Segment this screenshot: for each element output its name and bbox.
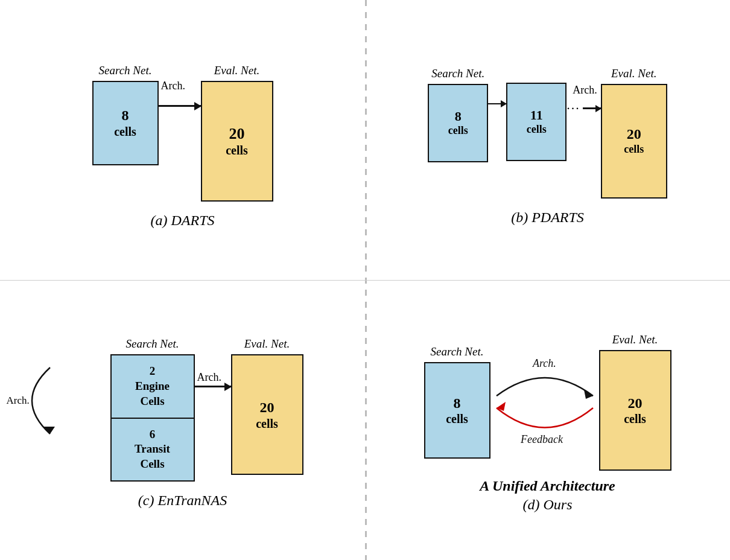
arch-label-c-right: Arch. xyxy=(197,371,221,384)
caption-a: (a) DARTS xyxy=(151,212,215,229)
eval-net-label-b: Eval. Net. xyxy=(611,67,656,80)
caption-d-line1: A Unified Architecture xyxy=(480,478,615,494)
eval-box-d: 20cells xyxy=(599,350,671,471)
quadrant-a: Search Net. 8cells Arch. xyxy=(0,0,365,280)
caption-b: (b) PDARTS xyxy=(511,209,584,226)
search-net-label-d: Search Net. xyxy=(431,345,484,358)
caption-c: (c) EnTranNAS xyxy=(138,492,227,509)
box2-b: 11cells xyxy=(506,83,567,161)
search-box-a: 8cells xyxy=(92,81,159,165)
quadrant-b: Search Net. 8cells 11cells xyxy=(365,0,730,280)
search-net-label-b: Search Net. xyxy=(431,67,484,80)
arch-label-b: Arch. xyxy=(573,84,597,97)
svg-text:Arch.: Arch. xyxy=(532,357,556,369)
arch-label-a: Arch. xyxy=(161,80,185,92)
eval-net-label-c: Eval. Net. xyxy=(244,337,290,351)
quadrant-d: Search Net. 8cells Arch. xyxy=(365,280,730,560)
arch-label-c-left: Arch. xyxy=(7,395,30,407)
box1-b: 8cells xyxy=(428,84,488,162)
eval-box-c: 20cells xyxy=(231,354,303,475)
eval-net-label-a: Eval. Net. xyxy=(214,64,259,77)
eval-box-a: 20cells xyxy=(201,81,273,202)
quadrant-c: Arch. Search Net. 2EngineCells 6TransitC… xyxy=(0,280,365,560)
search-box-d: 8cells xyxy=(424,362,490,459)
split-box-c: 2EngineCells 6TransitCells xyxy=(110,354,195,481)
search-net-label-c: Search Net. xyxy=(126,337,179,351)
svg-text:Feedback: Feedback xyxy=(520,433,563,445)
caption-d-line2: (d) Ours xyxy=(523,497,573,513)
eval-box-b: 20cells xyxy=(601,84,667,199)
eval-net-label-d: Eval. Net. xyxy=(612,333,658,346)
search-net-label-a: Search Net. xyxy=(99,64,152,77)
